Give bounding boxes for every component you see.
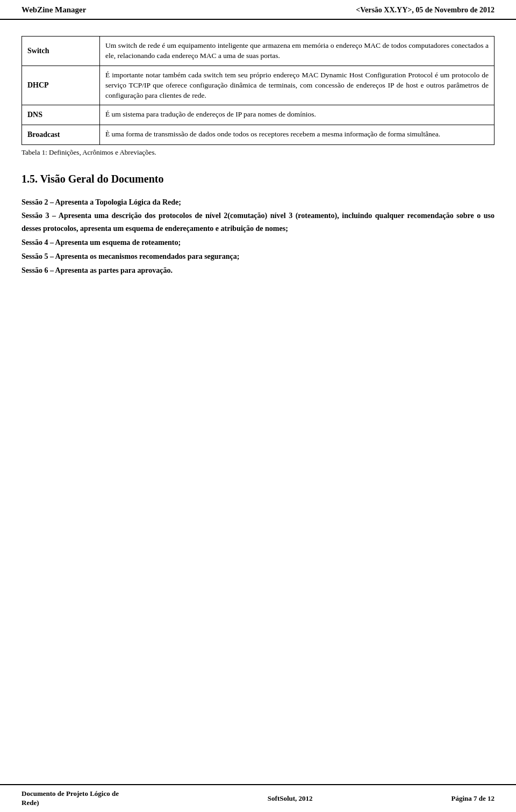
page-footer: Documento de Projeto Lógico de Rede) Sof… [0,784,516,812]
term-cell: Broadcast [22,125,100,145]
session-item: Sessão 6 – Apresenta as partes para apro… [22,264,494,277]
term-cell: DHCP [22,66,100,105]
definition-cell: È uma forma de transmissão de dados onde… [100,125,494,145]
sessions-text: Sessão 2 – Apresenta a Topologia Lógica … [22,196,494,277]
session-item: Sessão 4 – Apresenta um esquema de rotea… [22,236,494,249]
page-wrapper: WebZine Manager <Versão XX.YY>, 05 de No… [0,0,516,812]
section-heading: 1.5. Visão Geral do Documento [22,173,494,185]
definition-cell: Um switch de rede é um equipamento intel… [100,37,494,66]
definition-cell: É importante notar também cada switch te… [100,66,494,105]
table-row: BroadcastÈ uma forma de transmissão de d… [22,125,494,145]
session-item: Sessão 3 – Apresenta uma descrição dos p… [22,209,494,235]
footer-page-number: Página 7 de 12 [451,794,494,803]
page-header: WebZine Manager <Versão XX.YY>, 05 de No… [0,0,516,20]
main-content: SwitchUm switch de rede é um equipamento… [0,20,516,784]
table-caption: Tabela 1: Definições, Acrônimos e Abrevi… [22,148,494,157]
table-row: SwitchUm switch de rede é um equipamento… [22,37,494,66]
session-item: Sessão 2 – Apresenta a Topologia Lógica … [22,196,494,209]
footer-document-title: Documento de Projeto Lógico de Rede) [22,789,129,808]
term-cell: Switch [22,37,100,66]
definition-cell: É um sistema para tradução de endereços … [100,105,494,125]
session-item: Sessão 5 – Apresenta os mecanismos recom… [22,250,494,263]
header-app-name: WebZine Manager [22,5,86,15]
term-cell: DNS [22,105,100,125]
definitions-table: SwitchUm switch de rede é um equipamento… [22,36,494,145]
header-version: <Versão XX.YY>, 05 de Novembro de 2012 [356,6,494,15]
table-row: DHCPÉ importante notar também cada switc… [22,66,494,105]
table-row: DNSÉ um sistema para tradução de endereç… [22,105,494,125]
footer-company: SoftSolut, 2012 [268,794,313,803]
